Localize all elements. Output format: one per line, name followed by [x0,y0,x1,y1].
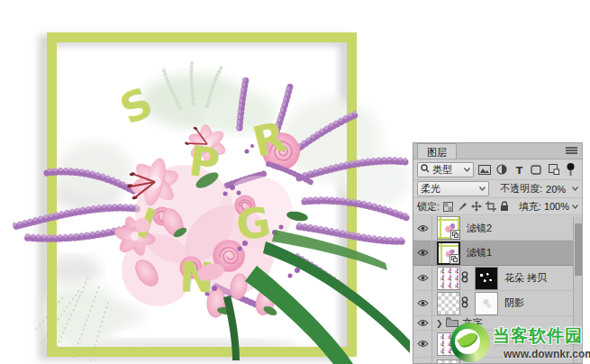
panel-menu-icon[interactable] [566,147,577,156]
link-icon [461,296,468,310]
layer-thumbnail[interactable] [437,267,460,290]
layer-thumbnail[interactable] [437,241,460,265]
layer-thumbnail[interactable] [437,216,460,240]
filter-kind-select[interactable]: 类型 [417,162,474,177]
filter-toggle-pin-icon[interactable] [564,162,578,177]
spring-artwork: S P R I N G [0,0,413,364]
watermark-site-name: 当客软件园 [493,324,590,348]
tab-layers[interactable]: 图层 [417,143,457,159]
eye-icon[interactable] [413,266,432,290]
type-filter-icon[interactable]: T [512,162,526,177]
eye-icon[interactable] [413,241,432,265]
opacity-label: 不透明度: [500,182,542,196]
layer-name[interactable]: 阴影 [504,296,524,310]
lock-artboard-icon[interactable] [485,200,496,214]
downkr-logo-icon [450,323,490,362]
chevron-down-icon[interactable] [572,187,578,191]
document-canvas[interactable]: S P R I N G [0,0,413,364]
blend-mode-select[interactable]: 柔光 [417,181,489,196]
layer-row-shadow[interactable]: 阴影 [413,291,582,316]
blend-row: 柔光 不透明度: 20% [413,180,582,198]
eye-icon[interactable] [413,291,432,315]
chevron-down-icon [464,168,470,172]
fill-label: 填充: [519,200,541,214]
smartobject-filter-icon[interactable] [546,162,560,177]
blend-mode-value: 柔光 [421,182,440,196]
scrollbar-thumb[interactable] [575,223,582,276]
smart-object-badge-icon [450,230,460,240]
lock-transparent-icon[interactable] [442,200,454,214]
lock-label: 锁定: [417,200,440,214]
photoshop-workspace: S P R I N G 图层 [0,0,590,364]
adjustment-filter-icon[interactable] [495,162,509,177]
lock-position-icon[interactable] [471,200,483,214]
layer-row-flower-copy[interactable]: 花朵 拷贝 [413,266,582,291]
link-icon [461,271,468,285]
smart-object-badge-icon [449,254,459,264]
eye-icon[interactable] [413,316,432,330]
lock-pixels-icon[interactable] [457,200,468,214]
layer-filter-row: 类型 T [413,159,582,180]
layer-thumbnail[interactable] [437,292,460,315]
opacity-value[interactable]: 20% [546,184,566,195]
chevron-down-icon [479,187,486,191]
layer-name[interactable]: 滤镜2 [467,222,492,235]
fill-value[interactable]: 100% [544,201,569,212]
layer-mask-thumbnail[interactable] [475,267,498,290]
disclosure-triangle-icon[interactable]: ❯ [436,319,443,328]
lock-row: 锁定: 填充: 100% [413,198,582,215]
svg-text:T: T [515,165,522,175]
filter-kind-label: 类型 [432,163,452,177]
layer-name[interactable]: 滤镜1 [467,246,492,259]
svg-text:P: P [186,136,222,188]
chevron-down-icon[interactable] [572,205,578,209]
watermark: 当客软件园 www.downkr.com [450,320,590,364]
search-icon [421,164,430,175]
eye-icon[interactable] [413,358,432,363]
eye-icon[interactable] [413,216,432,240]
svg-text:R: R [248,112,290,167]
layer-mask-thumbnail[interactable] [475,292,498,315]
layer-name[interactable]: 花朵 拷贝 [504,271,547,285]
layers-panel-header: 图层 [413,143,582,159]
eye-icon[interactable] [413,331,432,357]
layer-row-filter1[interactable]: 滤镜1 [413,241,582,266]
shape-filter-icon[interactable] [529,162,543,177]
lock-all-icon[interactable] [499,200,511,214]
watermark-url: www.downkr.com [504,348,590,360]
pixel-filter-icon[interactable] [477,162,491,177]
layer-row-filter2[interactable]: 滤镜2 [413,216,582,241]
